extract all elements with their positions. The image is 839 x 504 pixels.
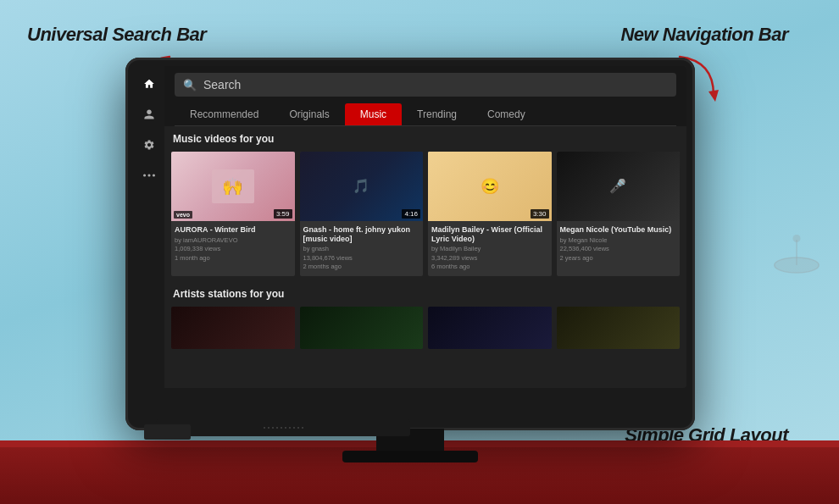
tab-trending[interactable]: Trending — [402, 103, 472, 125]
soundbar — [156, 419, 410, 436]
svg-point-8 — [793, 235, 801, 242]
video-info-aurora: AURORA - Winter Bird by iamAURORAVEVO 1,… — [171, 221, 295, 267]
search-input[interactable]: Search — [203, 78, 668, 91]
video-card-megan[interactable]: 🎤 Megan Nicole (YouTube Music) by Megan … — [557, 152, 681, 276]
svg-point-3 — [143, 174, 146, 176]
universal-search-bar-label: Universal Search Bar — [27, 24, 206, 46]
tab-originals[interactable]: Originals — [274, 103, 344, 125]
satellite-dish-icon — [771, 227, 822, 278]
artist-card-2[interactable] — [300, 307, 424, 349]
video-meta-aurora: by iamAURORAVEVO 1,009,338 views 1 month… — [175, 236, 292, 263]
video-thumbnail-gnash: 🎵 4:16 — [300, 152, 424, 221]
artist-card-1[interactable] — [171, 307, 295, 349]
video-thumbnail-aurora: 🙌 vevo 3:59 — [171, 152, 295, 221]
video-meta-gnash: by gnash 13,804,676 views 2 months ago — [303, 245, 420, 272]
duration-badge-3: 3:30 — [531, 209, 549, 219]
tab-music[interactable]: Music — [345, 103, 402, 125]
search-bar[interactable]: 🔍 Search — [175, 73, 676, 97]
settings-icon[interactable] — [142, 137, 157, 152]
artist-grid — [171, 307, 680, 349]
video-title-gnash: Gnash - home ft. johny yukon [music vide… — [303, 225, 420, 244]
more-icon[interactable] — [142, 168, 157, 183]
duration-badge-1: 3:59 — [274, 209, 292, 219]
search-icon: 🔍 — [183, 79, 197, 91]
video-card-madilyn[interactable]: 😊 3:30 Madilyn Bailey - Wiser (Official … — [428, 152, 552, 276]
artist-card-3[interactable] — [428, 307, 552, 349]
sidebar — [134, 66, 164, 388]
video-meta-megan: by Megan Nicole 22,536,400 views 2 years… — [560, 236, 677, 263]
tv-body: 🔍 Search Recommended Originals Music Tre… — [125, 58, 695, 430]
video-grid: 🙌 vevo 3:59 AURORA - Winter Bird by iamA… — [171, 152, 680, 276]
main-content: 🔍 Search Recommended Originals Music Tre… — [164, 66, 686, 388]
video-title-madilyn: Madilyn Bailey - Wiser (Official Lyric V… — [431, 225, 548, 244]
tab-comedy[interactable]: Comedy — [472, 103, 541, 125]
new-navigation-bar-label: New Navigation Bar — [620, 24, 788, 46]
video-card-aurora[interactable]: 🙌 vevo 3:59 AURORA - Winter Bird by iamA… — [171, 152, 295, 276]
video-title-aurora: AURORA - Winter Bird — [175, 225, 292, 235]
duration-badge-2: 4:16 — [402, 209, 420, 219]
video-thumbnail-madilyn: 😊 3:30 — [428, 152, 552, 221]
content-area: Music videos for you 🙌 — [164, 126, 686, 388]
account-icon[interactable] — [142, 107, 157, 122]
svg-marker-1 — [708, 90, 719, 102]
svg-point-5 — [153, 174, 155, 176]
home-icon[interactable] — [142, 76, 157, 91]
vevo-badge: vevo — [174, 211, 192, 219]
video-thumbnail-megan: 🎤 — [557, 152, 681, 221]
section-title-music-videos: Music videos for you — [171, 133, 680, 145]
video-meta-madilyn: by Madilyn Bailey 3,342,289 views 6 mont… — [431, 245, 548, 272]
svg-point-4 — [147, 174, 150, 176]
tab-recommended[interactable]: Recommended — [175, 103, 274, 125]
tv-screen: 🔍 Search Recommended Originals Music Tre… — [134, 66, 686, 388]
video-info-madilyn: Madilyn Bailey - Wiser (Official Lyric V… — [428, 221, 552, 276]
video-title-megan: Megan Nicole (YouTube Music) — [560, 225, 677, 235]
top-bar: 🔍 Search Recommended Originals Music Tre… — [164, 66, 686, 126]
video-info-megan: Megan Nicole (YouTube Music) by Megan Ni… — [557, 221, 681, 267]
desk-device — [144, 424, 191, 440]
nav-tabs: Recommended Originals Music Trending Com… — [175, 103, 676, 126]
section-title-artists: Artists stations for you — [171, 288, 680, 300]
video-info-gnash: Gnash - home ft. johny yukon [music vide… — [300, 221, 424, 276]
video-card-gnash[interactable]: 🎵 4:16 Gnash - home ft. johny yukon [mus… — [300, 152, 424, 276]
tv-base — [342, 451, 478, 462]
artist-card-4[interactable] — [557, 307, 681, 349]
